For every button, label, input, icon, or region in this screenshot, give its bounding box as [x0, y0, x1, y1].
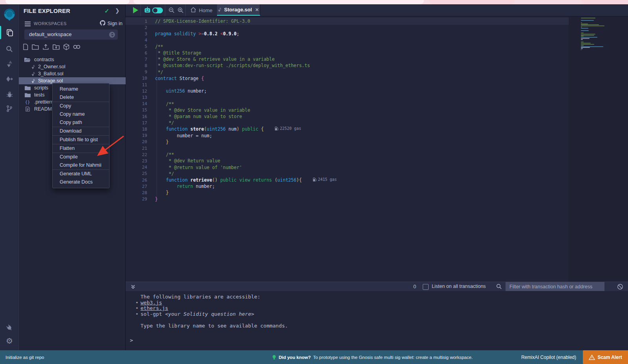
file-explorer-icon[interactable]: [0, 25, 19, 40]
workspaces-menu-icon[interactable]: [25, 22, 31, 26]
transaction-filter-input[interactable]: [506, 282, 604, 291]
file-tree-item-contracts[interactable]: contracts: [19, 56, 126, 63]
did-you-know-tip: Did you know? To prototype using the Gno…: [272, 350, 473, 364]
link-icon[interactable]: [73, 44, 80, 50]
chevron-right-icon[interactable]: ❯: [115, 7, 120, 14]
context-menu-item-flatten[interactable]: Flatten: [53, 144, 109, 153]
code-text: uint256 number;: [155, 88, 207, 94]
close-tab-icon[interactable]: ✕: [255, 7, 259, 13]
collapse-terminal-icon[interactable]: [130, 284, 136, 291]
context-menu-item-copy-name[interactable]: Copy name: [53, 110, 109, 118]
context-menu-item-delete[interactable]: Delete: [53, 93, 109, 102]
context-menu-item-publish-file-to-gist[interactable]: Publish file to gist: [53, 136, 109, 144]
run-script-button[interactable]: [130, 4, 141, 16]
deploy-run-icon[interactable]: [0, 72, 19, 86]
icon-sidebar: ⚙: [0, 4, 19, 350]
file-tree-label: 2_Owner.sol: [38, 64, 65, 69]
minimap-line: [581, 30, 589, 31]
minimap-line: [581, 42, 584, 42]
browser-artifact-blob: [133, 0, 424, 4]
code-text: pragma solidity >=0.8.2 <0.9.0;: [155, 31, 239, 36]
minimap-line: [581, 39, 583, 40]
context-menu-item-compile-for-nahmii[interactable]: Compile for Nahmii: [53, 161, 109, 169]
context-menu-item-download[interactable]: Download: [53, 127, 109, 135]
scam-alert-badge[interactable]: Scam Alert: [583, 350, 628, 364]
code-line-22: 22 /**: [126, 151, 568, 158]
line-number: 18: [126, 127, 147, 132]
line-number: 6: [126, 51, 147, 56]
code-text: contract Storage {: [155, 76, 204, 81]
file-tree-label: 3_Ballot.sol: [38, 71, 64, 76]
context-menu-item-copy[interactable]: Copy: [53, 102, 109, 110]
settings-icon[interactable]: ⚙: [0, 334, 19, 348]
line-number: 5: [126, 44, 147, 49]
workspace-name: default_workspace: [29, 31, 71, 37]
search-icon[interactable]: [0, 42, 19, 56]
context-menu-item-compile[interactable]: Compile: [53, 153, 109, 161]
gas-estimate-badge: 22520 gas: [275, 126, 301, 131]
code-editor[interactable]: 1// SPDX-License-Identifier: GPL-3.023pr…: [126, 16, 628, 282]
browser-artifact-blob: [5, 0, 130, 4]
plugin-manager-icon[interactable]: [0, 320, 19, 335]
zoom-out-icon[interactable]: [167, 4, 176, 16]
context-menu-item-copy-path[interactable]: Copy path: [53, 118, 109, 127]
status-bar: Initialize as git repo Did you know? To …: [0, 350, 628, 364]
line-number: 28: [126, 190, 147, 195]
file-tree-item-2-owner-sol[interactable]: 2_Owner.sol: [19, 63, 126, 70]
code-line-14: 14 /**: [126, 101, 568, 107]
workspaces-label: WORKSPACES: [34, 21, 67, 26]
browser-artifact-strip: [0, 0, 628, 4]
debugger-icon[interactable]: [0, 87, 19, 102]
code-text: * @dev Store & retrieve value in a varia…: [155, 56, 275, 62]
ai-robot-icon[interactable]: [142, 4, 152, 16]
git-icon[interactable]: [0, 102, 19, 116]
code-text: number = num;: [155, 133, 212, 138]
sign-in-button[interactable]: Sign in: [100, 20, 122, 27]
terminal-library-link[interactable]: ethers.js: [141, 305, 168, 311]
tab-storage-sol[interactable]: Storage.sol ✕: [217, 4, 260, 16]
git-init-action[interactable]: Initialize as git repo: [5, 350, 44, 364]
home-icon: [190, 7, 196, 14]
line-number: 16: [126, 114, 147, 119]
code-text: */: [155, 120, 174, 126]
minimap-line: [581, 37, 597, 38]
minimap-line: [581, 24, 588, 24]
copilot-toggle[interactable]: [152, 7, 163, 13]
clear-console-icon[interactable]: [617, 284, 623, 291]
context-menu-item-generate-uml[interactable]: Generate UML: [53, 170, 109, 178]
terminal-library-link[interactable]: web3.js: [141, 300, 162, 306]
terminal-prompt: >: [130, 337, 133, 343]
file-tree-label: Storage.sol: [38, 78, 63, 84]
context-menu: RenameDeleteCopyCopy nameCopy pathDownlo…: [52, 83, 110, 188]
context-menu-item-generate-docs[interactable]: Generate Docs: [53, 178, 109, 186]
file-tree-item-3-ballot-sol[interactable]: 3_Ballot.sol: [19, 70, 126, 77]
transaction-count-badge: 0: [413, 284, 416, 289]
sign-in-label: Sign in: [108, 21, 122, 26]
workspaces-row: WORKSPACES Sign in: [19, 20, 126, 29]
upload-folder-icon[interactable]: [53, 44, 60, 50]
check-icon[interactable]: ✓: [104, 7, 110, 15]
code-line-13: 13: [126, 94, 568, 100]
line-number: 10: [126, 76, 147, 81]
code-line-12: 12 uint256 number;: [126, 88, 568, 94]
code-line-26: 26 function retrieve() public view retur…: [126, 177, 568, 183]
context-menu-item-rename[interactable]: Rename: [53, 85, 109, 93]
editor-scroll-gutter: [568, 16, 628, 282]
terminal-line: [141, 317, 288, 323]
new-file-icon[interactable]: [23, 44, 28, 50]
terminal-output[interactable]: The following libraries are accessible:•…: [126, 291, 628, 350]
zoom-in-icon[interactable]: [176, 4, 185, 16]
listen-all-checkbox[interactable]: [423, 284, 429, 290]
tab-home[interactable]: Home: [185, 4, 217, 16]
code-text: }: [155, 197, 158, 202]
solidity-icon: [30, 71, 37, 76]
new-folder-icon[interactable]: [32, 44, 39, 50]
upload-file-icon[interactable]: [42, 44, 49, 50]
terminal-lines: The following libraries are accessible:•…: [141, 294, 288, 329]
search-icon[interactable]: [496, 284, 502, 291]
remix-logo-icon: [0, 7, 19, 22]
workspace-select[interactable]: default_workspace: [24, 29, 118, 40]
solidity-compiler-icon[interactable]: [0, 57, 19, 71]
ipfs-box-icon[interactable]: [63, 44, 69, 50]
code-text: // SPDX-License-Identifier: GPL-3.0: [155, 18, 250, 24]
